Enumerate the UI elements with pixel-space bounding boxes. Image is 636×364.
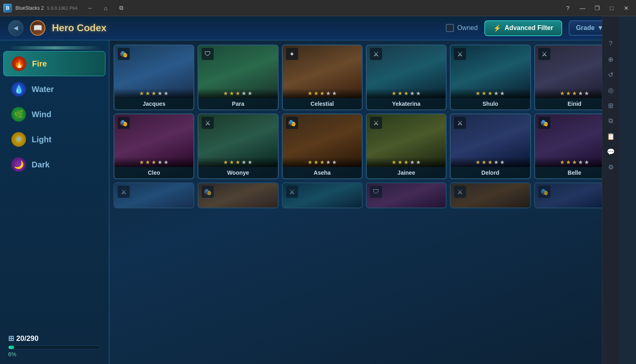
sidebar-item-wind[interactable]: 🌿 Wind (3, 102, 105, 126)
hero-card-cleo[interactable]: 🎭 ★ ★ ★ ★ ★ Cleo (114, 113, 194, 179)
hero-portrait-delord: ⚔ ★ ★ ★ ★ ★ (451, 114, 530, 167)
grade-label: Grade (576, 24, 595, 32)
left-sidebar: 🔥 Fire 💧 Water 🌿 Wind ☀ Light 🌙 Dark (0, 41, 110, 364)
hero-row-3: ⚔ 🎭 ⚔ 🛡 (114, 182, 615, 208)
rs-btn-1[interactable]: ? (604, 36, 618, 51)
shulo-stars: ★ ★ ★ ★ ★ (451, 88, 530, 98)
partial-5-class-icon: ⚔ (454, 186, 466, 198)
progress-bar-fill (9, 346, 14, 349)
wind-icon: 🌿 (11, 107, 26, 122)
page-title: Hero Codex (52, 22, 439, 34)
nav-back-button[interactable]: ← (84, 2, 97, 14)
minimize-button[interactable]: — (576, 2, 589, 14)
celestial-class-icon: ✦ (286, 48, 298, 60)
title-bar-left: B BlueStacks 2 5.9.0.1061 P64 ← ⌂ ⧉ (3, 2, 128, 14)
progress-percent: 6% (8, 351, 101, 358)
hero-card-jacques[interactable]: 🎭 ★ ★ ★ ★ ★ Jacques (114, 45, 194, 110)
woonye-name: Woonye (198, 167, 277, 178)
jainee-stars: ★ ★ ★ ★ ★ (367, 157, 446, 167)
app-version: 5.9.0.1061 P64 (47, 6, 77, 11)
rs-btn-3[interactable]: ↺ (604, 67, 618, 82)
hero-card-celestial[interactable]: ✦ ★ ★ ★ ★ ★ Celestial (282, 45, 363, 110)
jainee-name: Jainee (367, 167, 446, 178)
jacques-stars: ★ ★ ★ ★ ★ (114, 88, 193, 98)
partial-6-class-icon: 🎭 (538, 186, 550, 198)
owned-checkbox[interactable] (446, 24, 454, 32)
sidebar-decoration (8, 46, 101, 49)
rs-btn-6[interactable]: ⧉ (604, 113, 618, 128)
advanced-filter-button[interactable]: ⚡ Advanced Filter (484, 20, 562, 36)
delord-name: Delord (451, 167, 530, 178)
sidebar-item-light[interactable]: ☀ Light (3, 127, 105, 152)
count-value: 20/290 (16, 334, 39, 343)
hero-portrait-jacques: 🎭 ★ ★ ★ ★ ★ (114, 45, 193, 98)
restore-button[interactable]: ❐ (591, 2, 604, 14)
water-label: Water (32, 85, 54, 94)
para-name: Para (198, 98, 277, 109)
yekaterina-stars: ★ ★ ★ ★ ★ (367, 88, 446, 98)
para-class-icon: 🛡 (202, 48, 214, 60)
aseha-class-icon: 🎭 (286, 117, 298, 129)
jacques-class-icon: 🎭 (118, 48, 130, 60)
hero-card-para[interactable]: 🛡 ★ ★ ★ ★ ★ Para (198, 45, 278, 110)
rs-btn-8[interactable]: 💬 (604, 144, 618, 159)
maximize-button[interactable]: □ (605, 2, 618, 14)
sidebar-item-water[interactable]: 💧 Water (3, 77, 105, 101)
right-sidebar: ? ⊕ ↺ ◎ ⊞ ⧉ 📋 💬 ⚙ (602, 16, 619, 364)
dark-icon: 🌙 (11, 157, 26, 172)
shulo-class-icon: ⚔ (454, 48, 466, 60)
rs-btn-4[interactable]: ◎ (604, 83, 618, 97)
hero-card-partial-5[interactable]: ⚔ (450, 182, 531, 208)
dark-label: Dark (32, 160, 49, 169)
hero-card-yekaterina[interactable]: ⚔ ★ ★ ★ ★ ★ Yekaterina (366, 45, 447, 110)
hero-row-2: 🎭 ★ ★ ★ ★ ★ Cleo ⚔ (114, 113, 615, 179)
help-button[interactable]: ? (561, 2, 574, 14)
hero-portrait-partial-1: ⚔ (114, 183, 193, 208)
hero-grid-area: 🎭 ★ ★ ★ ★ ★ Jacques 🛡 (110, 41, 619, 364)
hero-portrait-jainee: ⚔ ★ ★ ★ ★ ★ (367, 114, 446, 167)
cleo-stars: ★ ★ ★ ★ ★ (114, 157, 193, 167)
hero-card-shulo[interactable]: ⚔ ★ ★ ★ ★ ★ Shulo (450, 45, 531, 110)
close-button[interactable]: ✕ (620, 2, 633, 14)
hero-portrait-shulo: ⚔ ★ ★ ★ ★ ★ (451, 45, 530, 98)
window-controls: ? — ❐ □ ✕ (561, 2, 633, 14)
sidebar-bottom: ⊞ 20/290 6% (0, 334, 109, 358)
hero-portrait-yekaterina: ⚔ ★ ★ ★ ★ ★ (367, 45, 446, 98)
sidebar-item-fire[interactable]: 🔥 Fire (3, 51, 105, 76)
count-prefix: ⊞ (8, 334, 16, 343)
hero-card-partial-1[interactable]: ⚔ (114, 182, 194, 208)
nav-home-button[interactable]: ⌂ (99, 2, 112, 14)
rs-btn-7[interactable]: 📋 (604, 129, 618, 143)
hero-card-partial-2[interactable]: 🎭 (198, 182, 278, 208)
hero-portrait-partial-4: 🛡 (367, 183, 446, 208)
hero-portrait-partial-2: 🎭 (198, 183, 277, 208)
jainee-class-icon: ⚔ (370, 117, 382, 129)
title-bar-nav: ← ⌂ ⧉ (84, 2, 128, 14)
water-icon: 💧 (11, 82, 26, 96)
rs-settings-button[interactable]: ⚙ (604, 160, 618, 174)
yekaterina-class-icon: ⚔ (370, 48, 382, 60)
hero-card-aseha[interactable]: 🎭 ★ ★ ★ ★ ★ Aseha (282, 113, 363, 179)
partial-4-class-icon: 🛡 (370, 186, 382, 198)
hero-portrait-partial-3: ⚔ (283, 183, 362, 208)
celestial-stars: ★ ★ ★ ★ ★ (283, 88, 362, 98)
delord-stars: ★ ★ ★ ★ ★ (451, 157, 530, 167)
rs-btn-5[interactable]: ⊞ (604, 98, 618, 113)
rs-btn-2[interactable]: ⊕ (604, 52, 618, 66)
back-button[interactable]: ◄ (8, 20, 24, 36)
hero-card-woonye[interactable]: ⚔ ★ ★ ★ ★ ★ Woonye (198, 113, 278, 179)
content-area: 🔥 Fire 💧 Water 🌿 Wind ☀ Light 🌙 Dark (0, 41, 619, 364)
celestial-name: Celestial (283, 98, 362, 109)
hero-card-delord[interactable]: ⚔ ★ ★ ★ ★ ★ Delord (450, 113, 531, 179)
para-stars: ★ ★ ★ ★ ★ (198, 88, 277, 98)
hero-card-partial-3[interactable]: ⚔ (282, 182, 363, 208)
nav-multi-button[interactable]: ⧉ (115, 2, 128, 14)
title-icon: 📖 (30, 20, 45, 36)
app-logo: B (3, 4, 12, 13)
hero-portrait-aseha: 🎭 ★ ★ ★ ★ ★ (283, 114, 362, 167)
progress-bar-background (8, 345, 101, 349)
sidebar-item-dark[interactable]: 🌙 Dark (3, 152, 105, 177)
hero-card-jainee[interactable]: ⚔ ★ ★ ★ ★ ★ Jainee (366, 113, 447, 179)
hero-card-partial-4[interactable]: 🛡 (366, 182, 447, 208)
hero-portrait-para: 🛡 ★ ★ ★ ★ ★ (198, 45, 277, 98)
